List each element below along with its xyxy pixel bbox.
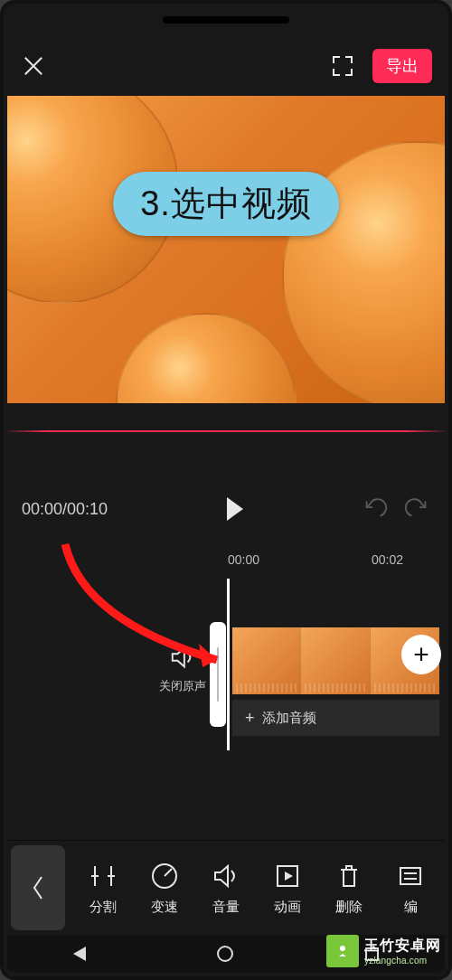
add-audio-track[interactable]: + 添加音频: [232, 700, 439, 736]
tool-label: 删除: [335, 899, 363, 916]
watermark-title: 玉竹安卓网: [364, 937, 441, 956]
nav-back-icon[interactable]: [73, 947, 86, 961]
editor-toolbar: 分割 变速 音量 动画: [7, 840, 445, 935]
watermark-url: yzlangcha.com: [364, 956, 441, 966]
split-icon: [88, 861, 118, 891]
undo-icon[interactable]: [362, 495, 389, 523]
speed-icon: [149, 861, 180, 891]
play-icon[interactable]: [227, 497, 243, 521]
tool-delete[interactable]: 删除: [321, 861, 377, 916]
trash-icon: [334, 861, 364, 891]
watermark: 玉竹安卓网 yzlangcha.com: [323, 933, 445, 969]
mute-label: 关闭原声: [155, 678, 210, 694]
video-preview[interactable]: 3.选中视频: [7, 96, 445, 403]
svg-marker-3: [285, 872, 293, 881]
edit-icon: [395, 861, 426, 891]
mute-original-sound[interactable]: 关闭原声: [155, 644, 210, 694]
tool-animation[interactable]: 动画: [259, 861, 315, 916]
playhead[interactable]: [227, 579, 230, 750]
tool-label: 变速: [151, 899, 178, 916]
tick-label: 00:00: [228, 552, 259, 567]
tool-volume[interactable]: 音量: [198, 861, 254, 916]
svg-rect-4: [400, 868, 420, 884]
add-audio-label: 添加音频: [262, 710, 316, 727]
timecode-label: 00:00/00:10: [22, 500, 108, 519]
editor-header: 导出: [4, 36, 448, 96]
speaker-icon: [169, 644, 196, 671]
fullscreen-icon[interactable]: [331, 54, 354, 78]
tool-label: 编: [404, 899, 418, 916]
tool-label: 音量: [212, 899, 240, 916]
svg-point-5: [340, 946, 345, 951]
export-button[interactable]: 导出: [372, 49, 432, 83]
clip-handle-left[interactable]: [210, 622, 226, 727]
tool-label: 分割: [89, 899, 117, 916]
watermark-logo-icon: [326, 935, 359, 967]
add-clip-button[interactable]: +: [401, 635, 441, 674]
tool-edit[interactable]: 编: [382, 861, 438, 916]
plus-icon: +: [245, 709, 255, 728]
chevron-left-icon: [31, 874, 45, 901]
volume-icon: [211, 861, 241, 891]
preview-divider: [4, 430, 448, 432]
tool-speed[interactable]: 变速: [137, 861, 193, 916]
timeline-ruler: 00:00 00:02: [4, 550, 448, 570]
redo-icon[interactable]: [403, 495, 430, 523]
toolbar-back-button[interactable]: [11, 845, 65, 930]
playback-bar: 00:00/00:10: [4, 468, 448, 550]
tool-label: 动画: [274, 899, 301, 916]
overlay-hint-bubble: 3.选中视频: [113, 172, 339, 236]
tool-split[interactable]: 分割: [75, 861, 131, 916]
close-icon[interactable]: [20, 52, 47, 80]
animation-icon: [272, 861, 303, 891]
tick-label: 00:02: [372, 552, 403, 567]
nav-home-icon[interactable]: [217, 946, 233, 962]
